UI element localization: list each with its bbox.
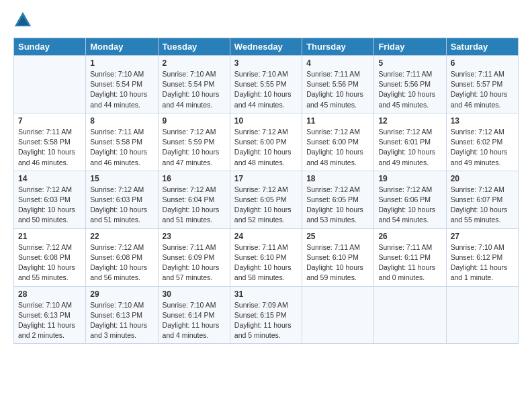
- day-number: 30: [163, 289, 226, 299]
- day-number: 28: [18, 289, 81, 299]
- day-info: Sunrise: 7:12 AMSunset: 5:59 PMDaylight:…: [163, 127, 226, 168]
- calendar-cell: 9Sunrise: 7:12 AMSunset: 5:59 PMDaylight…: [158, 113, 230, 171]
- header: [13, 11, 519, 30]
- day-number: 12: [378, 116, 441, 126]
- day-info: Sunrise: 7:10 AMSunset: 6:14 PMDaylight:…: [163, 300, 226, 341]
- day-number: 27: [451, 232, 514, 241]
- calendar-cell: 19Sunrise: 7:12 AMSunset: 6:06 PMDayligh…: [374, 171, 446, 228]
- col-header-thursday: Thursday: [302, 38, 374, 56]
- day-info: Sunrise: 7:12 AMSunset: 6:01 PMDaylight:…: [378, 127, 441, 168]
- day-info: Sunrise: 7:10 AMSunset: 6:13 PMDaylight:…: [18, 300, 81, 341]
- day-number: 26: [378, 232, 441, 241]
- calendar-cell: 10Sunrise: 7:12 AMSunset: 6:00 PMDayligh…: [230, 113, 302, 171]
- calendar-cell: 14Sunrise: 7:12 AMSunset: 6:03 PMDayligh…: [14, 171, 86, 228]
- calendar-cell: 1Sunrise: 7:10 AMSunset: 5:54 PMDaylight…: [86, 56, 158, 113]
- day-info: Sunrise: 7:12 AMSunset: 6:04 PMDaylight:…: [163, 185, 226, 226]
- calendar-cell: 5Sunrise: 7:11 AMSunset: 5:56 PMDaylight…: [374, 56, 446, 113]
- main-container: SundayMondayTuesdayWednesdayThursdayFrid…: [0, 0, 532, 351]
- day-number: 31: [234, 289, 298, 299]
- calendar-cell: 31Sunrise: 7:09 AMSunset: 6:15 PMDayligh…: [230, 286, 302, 344]
- calendar-cell: 11Sunrise: 7:12 AMSunset: 6:00 PMDayligh…: [302, 113, 374, 171]
- col-header-saturday: Saturday: [446, 38, 518, 56]
- calendar-cell: 24Sunrise: 7:11 AMSunset: 6:10 PMDayligh…: [230, 228, 302, 286]
- week-row-4: 21Sunrise: 7:12 AMSunset: 6:08 PMDayligh…: [14, 228, 519, 286]
- day-number: 17: [234, 174, 298, 183]
- day-info: Sunrise: 7:12 AMSunset: 6:02 PMDaylight:…: [451, 127, 514, 168]
- day-number: 8: [90, 116, 153, 126]
- day-number: 1: [90, 58, 153, 68]
- day-info: Sunrise: 7:11 AMSunset: 6:10 PMDaylight:…: [306, 242, 369, 283]
- week-row-1: 1Sunrise: 7:10 AMSunset: 5:54 PMDaylight…: [14, 56, 519, 113]
- day-number: 3: [234, 58, 298, 68]
- day-info: Sunrise: 7:12 AMSunset: 6:03 PMDaylight:…: [90, 185, 153, 226]
- calendar-cell: [14, 56, 86, 113]
- day-info: Sunrise: 7:10 AMSunset: 5:55 PMDaylight:…: [234, 69, 298, 110]
- calendar-cell: [374, 286, 446, 344]
- day-info: Sunrise: 7:12 AMSunset: 6:03 PMDaylight:…: [18, 185, 81, 226]
- calendar-cell: 26Sunrise: 7:11 AMSunset: 6:11 PMDayligh…: [374, 228, 446, 286]
- day-number: 22: [90, 232, 153, 241]
- calendar-cell: 30Sunrise: 7:10 AMSunset: 6:14 PMDayligh…: [158, 286, 230, 344]
- day-info: Sunrise: 7:12 AMSunset: 6:00 PMDaylight:…: [306, 127, 369, 168]
- calendar-cell: [302, 286, 374, 344]
- calendar-cell: [446, 286, 518, 344]
- calendar-cell: 27Sunrise: 7:10 AMSunset: 6:12 PMDayligh…: [446, 228, 518, 286]
- calendar-cell: 25Sunrise: 7:11 AMSunset: 6:10 PMDayligh…: [302, 228, 374, 286]
- day-info: Sunrise: 7:12 AMSunset: 6:08 PMDaylight:…: [90, 242, 153, 283]
- calendar-cell: 12Sunrise: 7:12 AMSunset: 6:01 PMDayligh…: [374, 113, 446, 171]
- calendar-cell: 21Sunrise: 7:12 AMSunset: 6:08 PMDayligh…: [14, 228, 86, 286]
- day-info: Sunrise: 7:11 AMSunset: 6:10 PMDaylight:…: [234, 242, 298, 283]
- day-number: 6: [451, 58, 514, 68]
- calendar-cell: 8Sunrise: 7:11 AMSunset: 5:58 PMDaylight…: [86, 113, 158, 171]
- day-number: 24: [234, 232, 298, 241]
- calendar-cell: 17Sunrise: 7:12 AMSunset: 6:05 PMDayligh…: [230, 171, 302, 228]
- calendar-cell: 28Sunrise: 7:10 AMSunset: 6:13 PMDayligh…: [14, 286, 86, 344]
- col-header-monday: Monday: [86, 38, 158, 56]
- day-number: 15: [90, 174, 153, 183]
- header-row: SundayMondayTuesdayWednesdayThursdayFrid…: [14, 38, 519, 56]
- day-info: Sunrise: 7:11 AMSunset: 5:58 PMDaylight:…: [18, 127, 81, 168]
- day-info: Sunrise: 7:11 AMSunset: 5:58 PMDaylight:…: [90, 127, 153, 168]
- day-number: 2: [163, 58, 226, 68]
- calendar-cell: 18Sunrise: 7:12 AMSunset: 6:05 PMDayligh…: [302, 171, 374, 228]
- calendar-cell: 16Sunrise: 7:12 AMSunset: 6:04 PMDayligh…: [158, 171, 230, 228]
- day-number: 25: [306, 232, 369, 241]
- col-header-tuesday: Tuesday: [158, 38, 230, 56]
- calendar-cell: 2Sunrise: 7:10 AMSunset: 5:54 PMDaylight…: [158, 56, 230, 113]
- day-number: 21: [18, 232, 81, 241]
- calendar-cell: 4Sunrise: 7:11 AMSunset: 5:56 PMDaylight…: [302, 56, 374, 113]
- calendar-cell: 23Sunrise: 7:11 AMSunset: 6:09 PMDayligh…: [158, 228, 230, 286]
- col-header-sunday: Sunday: [14, 38, 86, 56]
- day-number: 18: [306, 174, 369, 183]
- calendar-cell: 7Sunrise: 7:11 AMSunset: 5:58 PMDaylight…: [14, 113, 86, 171]
- calendar-cell: 20Sunrise: 7:12 AMSunset: 6:07 PMDayligh…: [446, 171, 518, 228]
- day-info: Sunrise: 7:10 AMSunset: 6:13 PMDaylight:…: [90, 300, 153, 341]
- day-info: Sunrise: 7:12 AMSunset: 6:07 PMDaylight:…: [451, 185, 514, 226]
- calendar-cell: 15Sunrise: 7:12 AMSunset: 6:03 PMDayligh…: [86, 171, 158, 228]
- day-info: Sunrise: 7:11 AMSunset: 5:56 PMDaylight:…: [378, 69, 441, 110]
- day-number: 13: [451, 116, 514, 126]
- day-number: 11: [306, 116, 369, 126]
- day-info: Sunrise: 7:12 AMSunset: 6:05 PMDaylight:…: [306, 185, 369, 226]
- day-number: 29: [90, 289, 153, 299]
- week-row-2: 7Sunrise: 7:11 AMSunset: 5:58 PMDaylight…: [14, 113, 519, 171]
- day-number: 4: [306, 58, 369, 68]
- logo: [13, 11, 34, 30]
- day-info: Sunrise: 7:12 AMSunset: 6:05 PMDaylight:…: [234, 185, 298, 226]
- col-header-wednesday: Wednesday: [230, 38, 302, 56]
- calendar-cell: 22Sunrise: 7:12 AMSunset: 6:08 PMDayligh…: [86, 228, 158, 286]
- day-info: Sunrise: 7:11 AMSunset: 5:57 PMDaylight:…: [451, 69, 514, 110]
- logo-icon: [13, 11, 32, 30]
- col-header-friday: Friday: [374, 38, 446, 56]
- day-info: Sunrise: 7:10 AMSunset: 6:12 PMDaylight:…: [451, 242, 514, 283]
- calendar-cell: 13Sunrise: 7:12 AMSunset: 6:02 PMDayligh…: [446, 113, 518, 171]
- day-number: 5: [378, 58, 441, 68]
- day-number: 14: [18, 174, 81, 183]
- calendar-cell: 3Sunrise: 7:10 AMSunset: 5:55 PMDaylight…: [230, 56, 302, 113]
- day-number: 19: [378, 174, 441, 183]
- day-info: Sunrise: 7:10 AMSunset: 5:54 PMDaylight:…: [90, 69, 153, 110]
- week-row-3: 14Sunrise: 7:12 AMSunset: 6:03 PMDayligh…: [14, 171, 519, 228]
- calendar-cell: 29Sunrise: 7:10 AMSunset: 6:13 PMDayligh…: [86, 286, 158, 344]
- day-info: Sunrise: 7:11 AMSunset: 6:09 PMDaylight:…: [163, 242, 226, 283]
- day-info: Sunrise: 7:12 AMSunset: 6:06 PMDaylight:…: [378, 185, 441, 226]
